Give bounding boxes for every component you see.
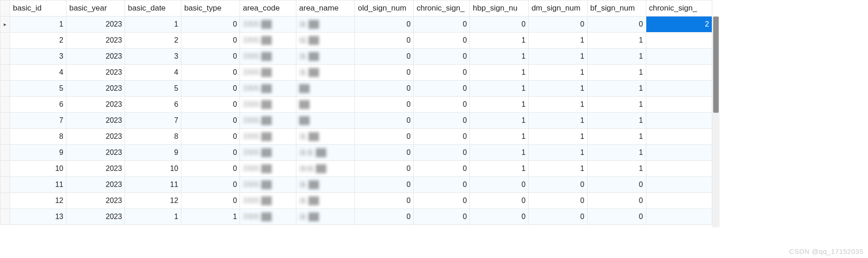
cell-hbp-sign-nu[interactable]: 1 [470, 81, 529, 97]
cell-bf-sign-num[interactable]: 1 [587, 129, 646, 145]
header-row[interactable]: basic_id basic_year basic_date basic_typ… [0, 0, 712, 16]
cell-basic-year[interactable]: 2023 [66, 49, 125, 65]
cell-area-code[interactable]: 3305 ██ [240, 161, 296, 177]
cell-basic-date[interactable]: 2 [125, 33, 181, 49]
cell-chronic-sign2[interactable] [646, 145, 712, 161]
cell-basic-id[interactable]: 5 [10, 81, 66, 97]
col-chronic-sign2[interactable]: chronic_sign_ [646, 0, 712, 16]
cell-basic-date[interactable]: 7 [125, 113, 181, 129]
cell-area-code[interactable]: 3305 ██ [240, 193, 296, 209]
cell-chronic-sign[interactable]: 0 [414, 145, 470, 161]
cell-basic-type[interactable]: 0 [181, 97, 240, 113]
cell-hbp-sign-nu[interactable]: 1 [470, 129, 529, 145]
cell-dm-sign-num[interactable]: 0 [529, 193, 587, 209]
cell-basic-date[interactable]: 8 [125, 129, 181, 145]
cell-basic-id[interactable]: 8 [10, 129, 66, 145]
cell-bf-sign-num[interactable]: 1 [587, 81, 646, 97]
cell-hbp-sign-nu[interactable]: 0 [470, 177, 529, 193]
cell-chronic-sign[interactable]: 0 [414, 49, 470, 65]
col-area-code[interactable]: area_code [240, 0, 296, 16]
cell-dm-sign-num[interactable]: 1 [529, 145, 587, 161]
cell-chronic-sign[interactable]: 0 [414, 177, 470, 193]
cell-area-code[interactable]: 3305 ██ [240, 209, 296, 225]
cell-hbp-sign-nu[interactable]: 1 [470, 113, 529, 129]
cell-dm-sign-num[interactable]: 0 [529, 16, 587, 33]
table-row[interactable]: 82023803305 ██洛 ██00111 [0, 129, 712, 145]
cell-chronic-sign[interactable]: 0 [414, 16, 470, 33]
col-dm-sign-num[interactable]: dm_sign_num [529, 0, 587, 16]
cell-chronic-sign2[interactable] [646, 209, 712, 225]
cell-bf-sign-num[interactable]: 1 [587, 65, 646, 81]
cell-chronic-sign[interactable]: 0 [414, 161, 470, 177]
cell-chronic-sign2[interactable] [646, 81, 712, 97]
cell-dm-sign-num[interactable]: 1 [529, 81, 587, 97]
cell-dm-sign-num[interactable]: 0 [529, 209, 587, 225]
cell-old-sign-num[interactable]: 0 [355, 129, 414, 145]
cell-chronic-sign2[interactable]: 2 [646, 16, 712, 33]
cell-basic-id[interactable]: 3 [10, 49, 66, 65]
table-row[interactable]: 42023403305 ██洛 ██00111 [0, 65, 712, 81]
cell-area-name[interactable]: 洛 ██ [296, 49, 355, 65]
cell-hbp-sign-nu[interactable]: 1 [470, 65, 529, 81]
cell-basic-id[interactable]: 13 [10, 209, 66, 225]
col-basic-year[interactable]: basic_year [66, 0, 125, 16]
col-basic-date[interactable]: basic_date [125, 0, 181, 16]
cell-chronic-sign2[interactable] [646, 49, 712, 65]
cell-area-code[interactable]: 3305 ██ [240, 145, 296, 161]
table-row[interactable]: 1120231103305 ██洛 ██00000 [0, 177, 712, 193]
col-chronic-sign[interactable]: chronic_sign_ [414, 0, 470, 16]
cell-area-name[interactable]: 镇 ██ [296, 33, 355, 49]
cell-basic-type[interactable]: 0 [181, 193, 240, 209]
cell-chronic-sign2[interactable] [646, 65, 712, 81]
cell-area-code[interactable]: 3305 ██ [240, 97, 296, 113]
cell-old-sign-num[interactable]: 0 [355, 145, 414, 161]
table-row[interactable]: 22023203305 ██镇 ██00111 [0, 33, 712, 49]
cell-chronic-sign2[interactable] [646, 161, 712, 177]
cell-basic-id[interactable]: 10 [10, 161, 66, 177]
cell-area-code[interactable]: 3305 ██ [240, 33, 296, 49]
cell-area-name[interactable]: 洛 ██ [296, 193, 355, 209]
cell-bf-sign-num[interactable]: 0 [587, 193, 646, 209]
cell-dm-sign-num[interactable]: 1 [529, 113, 587, 129]
cell-basic-type[interactable]: 0 [181, 113, 240, 129]
data-grid[interactable]: basic_id basic_year basic_date basic_typ… [0, 0, 712, 258]
cell-area-name[interactable]: 洛舍 ██ [296, 145, 355, 161]
table-row[interactable]: ▸12023103305 ██洛 ██000002 [0, 16, 712, 33]
cell-hbp-sign-nu[interactable]: 1 [470, 33, 529, 49]
cell-old-sign-num[interactable]: 0 [355, 113, 414, 129]
cell-dm-sign-num[interactable]: 1 [529, 33, 587, 49]
cell-basic-date[interactable]: 6 [125, 97, 181, 113]
cell-basic-year[interactable]: 2023 [66, 97, 125, 113]
cell-chronic-sign[interactable]: 0 [414, 33, 470, 49]
cell-basic-type[interactable]: 0 [181, 65, 240, 81]
table-row[interactable]: 32023303305 ██洛 ██00111 [0, 49, 712, 65]
cell-area-name[interactable]: ██ [296, 97, 355, 113]
cell-basic-id[interactable]: 2 [10, 33, 66, 49]
cell-basic-type[interactable]: 0 [181, 145, 240, 161]
cell-old-sign-num[interactable]: 0 [355, 81, 414, 97]
col-old-sign-num[interactable]: old_sign_num [355, 0, 414, 16]
cell-hbp-sign-nu[interactable]: 0 [470, 209, 529, 225]
cell-chronic-sign2[interactable] [646, 113, 712, 129]
cell-basic-date[interactable]: 3 [125, 49, 181, 65]
col-area-name[interactable]: area_name [296, 0, 355, 16]
cell-dm-sign-num[interactable]: 1 [529, 161, 587, 177]
cell-basic-year[interactable]: 2023 [66, 129, 125, 145]
cell-hbp-sign-nu[interactable]: 1 [470, 49, 529, 65]
cell-basic-type[interactable]: 0 [181, 33, 240, 49]
cell-chronic-sign[interactable]: 0 [414, 209, 470, 225]
cell-basic-type[interactable]: 0 [181, 161, 240, 177]
cell-chronic-sign2[interactable] [646, 97, 712, 113]
cell-dm-sign-num[interactable]: 1 [529, 65, 587, 81]
cell-hbp-sign-nu[interactable]: 1 [470, 97, 529, 113]
cell-chronic-sign[interactable]: 0 [414, 113, 470, 129]
cell-dm-sign-num[interactable]: 0 [529, 177, 587, 193]
cell-bf-sign-num[interactable]: 1 [587, 145, 646, 161]
cell-area-name[interactable]: 洛镇 ██ [296, 161, 355, 177]
cell-basic-year[interactable]: 2023 [66, 193, 125, 209]
table-row[interactable]: 1020231003305 ██洛镇 ██00111 [0, 161, 712, 177]
cell-area-name[interactable]: 洛 ██ [296, 65, 355, 81]
cell-basic-date[interactable]: 1 [125, 16, 181, 33]
cell-area-code[interactable]: 3305 ██ [240, 113, 296, 129]
scrollbar-thumb[interactable] [713, 16, 719, 113]
